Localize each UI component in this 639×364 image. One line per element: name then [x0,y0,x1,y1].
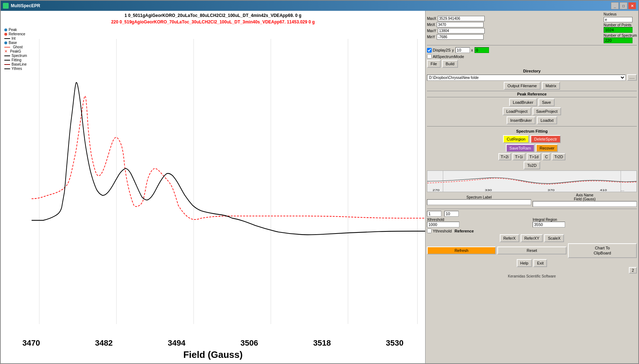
save-button[interactable]: Save [538,98,555,106]
save-project-button[interactable]: SaveProject [533,107,561,115]
t1d-button[interactable]: T>1d [527,153,541,160]
minimize-button[interactable]: _ [611,2,619,9]
close-button[interactable]: ✕ [628,2,636,9]
to2d-button[interactable]: To2D [524,161,540,169]
cut-region-button[interactable]: CutRegion [503,135,529,143]
maxy-input[interactable] [438,28,485,34]
miny-input[interactable] [437,34,484,40]
x-label-5: 3530 [386,338,404,348]
display2s-label: Display2S [433,48,451,52]
x-label-3: 3506 [241,338,258,348]
ythreshold-checkbox[interactable] [427,228,432,233]
chart-title-black: 1 0_5011gAgiGeorKORO_20uLaToc_80uLCH2Cl2… [1,11,425,19]
loadtxt-button[interactable]: Loadtxt [537,116,557,124]
titlebar: MultiSpecEPR _ □ ✕ [1,1,638,11]
miny-label: MinY [427,35,435,39]
legend-peak: Peak [9,28,17,32]
chart-title-red: 220 0_519gAgioGeorKORO_70uLaToc_30uLCH2C… [1,19,425,26]
axis-name-input[interactable] [533,201,637,207]
window-title: MultiSpecEPR [11,3,40,8]
svg-text:270: 270 [433,188,440,192]
file-button[interactable]: File [427,60,441,68]
x-label-4: 3518 [313,338,331,348]
legend-int: Int [12,36,16,40]
referxy-button[interactable]: ReferXY [521,234,543,242]
xthreshold-end-input[interactable] [444,211,459,217]
num-spectrum-input[interactable] [604,37,633,43]
legend-baseline: BaseLine [12,62,27,66]
reference-label: Reference [455,229,474,233]
c-button[interactable]: C [542,153,550,160]
right-panel: MaxX MinX MaxY MinY [426,11,638,363]
scalex-button[interactable]: ScaleX [544,234,564,242]
chart-legend: Peak Reference Int Base Ghost ✕PeakG Spe… [4,28,27,71]
directory-dots-button[interactable]: ...... [627,74,637,81]
axis-name-value: Field (Gauss) [533,197,637,201]
allspectrummode-checkbox[interactable] [427,54,432,59]
nucleus-input[interactable] [604,17,633,22]
load-bruker-button[interactable]: LoadBruker [509,98,537,106]
directory-select[interactable]: D:\Dropbox\Chryssa\New folde [427,75,626,81]
xthreshold-label: Xthreshold [427,218,531,222]
x-label-2: 3494 [168,338,185,348]
legend-ghost: Ghost [13,45,23,49]
x-input[interactable] [475,47,489,53]
build-button[interactable]: Build [442,60,458,68]
nucleus-label: Nucleus [604,12,617,16]
legend-reference: Reference [9,32,25,36]
mini-chart-preview: 270 330 370 410 ... [427,170,637,192]
t1i-button[interactable]: T>1i [512,153,525,160]
num-points-label: Number of Points [604,23,633,27]
app-icon [3,3,9,9]
chart-area: 1 0_5011gAgiGeorKORO_20uLaToc_80uLCH2Cl2… [1,11,426,363]
chart-inner[interactable]: Peak Reference Int Base Ghost ✕PeakG Spe… [1,26,425,337]
allspectrummode-checkbox-label[interactable]: AllSpectrumMode [427,54,464,59]
xthreshold-min-input[interactable] [427,222,459,227]
delete-spectr-button[interactable]: DeleteSpectr [530,135,561,143]
y-label: y [452,48,454,52]
ythreshold-checkbox-label[interactable]: Ythreshold [427,228,452,233]
load-project-button[interactable]: LoadProject [503,107,531,115]
maxy-label: MaxY [427,29,436,33]
save-to-ram-button[interactable]: SaveToRam [506,144,535,152]
exit-button[interactable]: Exit [533,259,547,267]
recover-button[interactable]: Recover [536,144,558,152]
maximize-button[interactable]: □ [620,2,627,9]
y-input[interactable] [455,47,470,53]
chart-svg [1,26,425,337]
x-label-1: 3482 [95,338,113,348]
minx-label: MinX [427,23,435,27]
minx-input[interactable] [437,22,484,27]
tr2d-button[interactable]: Tr2D [552,153,565,160]
x-label-ctrl: x [471,48,473,52]
integral-region-label: Integral Region [533,218,637,222]
svg-text:410: 410 [600,188,607,192]
titlebar-controls: _ □ ✕ [611,2,636,9]
chart-to-clipboard-button[interactable]: Chart To ClipBoard [568,243,637,258]
num-points-input[interactable] [604,27,633,33]
integral-region-input[interactable] [533,222,565,227]
svg-text:370: 370 [548,188,555,192]
svg-text:330: 330 [485,188,492,192]
svg-text:...: ... [621,188,625,192]
maxx-label: MaxX [427,17,436,21]
matrix-button[interactable]: Matrix [542,82,560,90]
legend-fitting: Fitting [12,58,21,62]
referx-button[interactable]: ReferX [500,234,519,242]
maxx-input[interactable] [438,16,485,21]
insert-bruker-button[interactable]: InsertBruker [507,116,536,124]
output-filename-button[interactable]: Output Filename [504,82,540,90]
display2s-checkbox-label[interactable]: Display2S [427,48,451,53]
legend-peakg: PeakG [10,49,21,53]
num-spectrum-label: Number of Spectrum [604,34,637,37]
reset-button[interactable]: Reset [497,247,566,254]
help-button[interactable]: Help [517,259,532,267]
xthreshold-start-input[interactable] [427,211,441,217]
footer-text: Keramidas Scientific Software [427,274,637,279]
main-window: MultiSpecEPR _ □ ✕ 1 0_5011gAgiGeorKORO_… [0,0,639,364]
t2i-button[interactable]: T>2i [498,153,511,160]
directory-label: Directory [427,69,637,73]
display2s-checkbox[interactable] [427,48,432,53]
refresh-button[interactable]: Refresh [427,247,496,254]
spectrum-label-input[interactable] [427,199,531,205]
